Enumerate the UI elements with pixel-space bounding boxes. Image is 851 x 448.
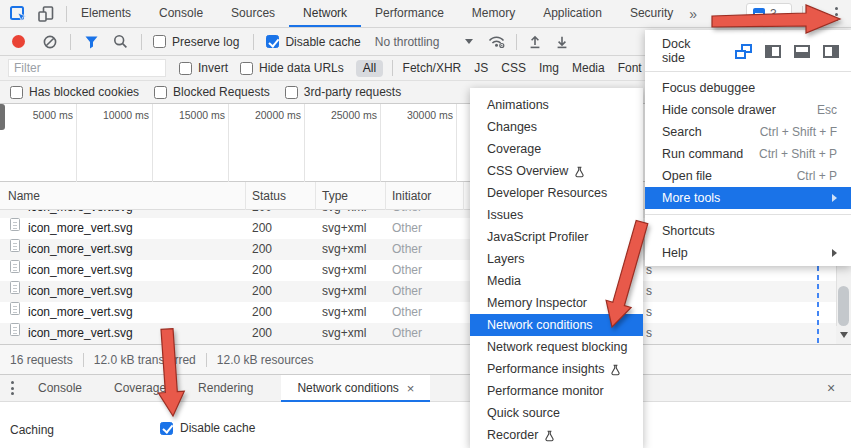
filter-funnel-icon[interactable]: [84, 35, 99, 49]
timeline-tick-label: 5000 ms: [1, 109, 73, 121]
undock-icon[interactable]: [735, 44, 752, 59]
drawer-tab-console[interactable]: Console: [22, 375, 98, 402]
more-tabs-icon[interactable]: »: [689, 6, 697, 22]
clear-network-log-icon[interactable]: [42, 34, 58, 50]
menu-item-developer-resources[interactable]: Developer Resources: [470, 182, 643, 204]
menu-item-javascript-profiler[interactable]: JavaScript Profiler: [470, 226, 643, 248]
drawer-tab-coverage[interactable]: Coverage: [98, 375, 182, 402]
has-blocked-cookies-checkbox[interactable]: Has blocked cookies: [10, 85, 139, 99]
filter-type-font[interactable]: Font: [618, 61, 642, 75]
menu-item-memory-inspector[interactable]: Memory Inspector: [470, 292, 643, 314]
blocked-requests-checkbox[interactable]: Blocked Requests: [154, 85, 270, 99]
close-drawer-icon[interactable]: ×: [827, 380, 835, 396]
timeline-tick-label: 15000 ms: [153, 109, 225, 121]
overview-scroll-nub[interactable]: [0, 104, 5, 130]
third-party-requests-checkbox[interactable]: 3rd-party requests: [285, 85, 401, 99]
tab-application[interactable]: Application: [529, 0, 616, 27]
drawer-menu-icon[interactable]: [11, 381, 14, 395]
import-har-icon[interactable]: [528, 34, 542, 49]
menu-item-shortcuts[interactable]: Shortcuts: [645, 220, 851, 242]
invert-checkbox[interactable]: Invert: [179, 61, 228, 75]
chevron-down-icon: [465, 39, 473, 44]
throttling-dropdown[interactable]: No throttling: [375, 35, 474, 49]
issues-badge[interactable]: 3: [746, 3, 792, 25]
menu-item-issues[interactable]: Issues: [470, 204, 643, 226]
disable-cache-checkbox[interactable]: Disable cache: [266, 35, 360, 49]
menu-divider: [645, 214, 851, 215]
menu-item-more-tools[interactable]: More tools: [645, 187, 851, 209]
menu-item-layers[interactable]: Layers: [470, 248, 643, 270]
menu-item-css-overview[interactable]: CSS Overview: [470, 160, 643, 182]
summary-divider: [206, 353, 207, 367]
table-row[interactable]: icon_more_vert.svg 200 svg+xml Other s: [0, 302, 851, 323]
tab-network[interactable]: Network: [289, 0, 361, 27]
resources-size: 12.0 kB resources: [217, 353, 314, 367]
column-header-name[interactable]: Name: [8, 189, 40, 203]
checkbox-unchecked: [154, 86, 167, 99]
menu-item-network-conditions[interactable]: Network conditions: [470, 314, 643, 336]
caching-label: Caching: [10, 422, 54, 438]
menu-item-help[interactable]: Help: [645, 242, 851, 264]
file-icon: [10, 239, 20, 252]
issues-icon: [753, 8, 765, 20]
menu-divider: [645, 71, 851, 72]
menu-item-search[interactable]: Search Ctrl + Shift + F: [645, 121, 851, 143]
menu-item-coverage[interactable]: Coverage: [470, 138, 643, 160]
menu-item-network-request-blocking[interactable]: Network request blocking: [470, 336, 643, 358]
menu-item-media[interactable]: Media: [470, 270, 643, 292]
tab-memory[interactable]: Memory: [458, 0, 529, 27]
network-conditions-icon[interactable]: [488, 34, 506, 49]
column-header-status[interactable]: Status: [252, 189, 286, 203]
menu-item-performance-monitor[interactable]: Performance monitor: [470, 380, 643, 402]
search-icon[interactable]: [113, 34, 128, 49]
inspect-element-icon[interactable]: [10, 6, 28, 22]
tab-elements[interactable]: Elements: [67, 0, 145, 27]
drawer-tab-rendering[interactable]: Rendering: [182, 375, 269, 402]
preserve-log-checkbox[interactable]: Preserve log: [153, 35, 239, 49]
dock-left-icon[interactable]: [765, 45, 781, 58]
menu-item-recorder[interactable]: Recorder: [470, 424, 643, 446]
checkbox-unchecked: [285, 86, 298, 99]
tab-security[interactable]: Security: [616, 0, 687, 27]
column-header-initiator[interactable]: Initiator: [392, 189, 431, 203]
scrollbar-thumb[interactable]: [838, 286, 849, 326]
drawer-tab-network-conditions[interactable]: Network conditions ×: [281, 375, 430, 402]
menu-item-focus-debuggee[interactable]: Focus debuggee: [645, 77, 851, 99]
filter-type-fetch-xhr[interactable]: Fetch/XHR: [403, 61, 462, 75]
dock-bottom-icon[interactable]: [794, 45, 810, 58]
menu-item-open-file[interactable]: Open file Ctrl + P: [645, 165, 851, 187]
menu-item-run-command[interactable]: Run command Ctrl + Shift + P: [645, 143, 851, 165]
filter-type-css[interactable]: CSS: [501, 61, 526, 75]
menu-item-performance-insights[interactable]: Performance insights: [470, 358, 643, 380]
dock-side-label: Dock side: [662, 37, 716, 65]
menu-item-hide-console-drawer[interactable]: Hide console drawer Esc: [645, 99, 851, 121]
filter-type-all[interactable]: All: [356, 60, 383, 77]
table-row[interactable]: icon_more_vert.svg 200 svg+xml Other s: [0, 281, 851, 302]
experiment-flask-icon: [544, 430, 555, 442]
scrollbar-down-button[interactable]: [836, 326, 851, 344]
device-toolbar-icon[interactable]: [38, 6, 56, 22]
hide-data-urls-checkbox[interactable]: Hide data URLs: [240, 61, 344, 75]
checkbox-unchecked: [179, 62, 192, 75]
filter-type-media[interactable]: Media: [572, 61, 605, 75]
checkbox-checked: [266, 35, 279, 48]
filter-type-js[interactable]: JS: [474, 61, 488, 75]
customize-devtools-icon[interactable]: [835, 7, 838, 21]
close-tab-icon[interactable]: ×: [407, 375, 415, 402]
tab-sources[interactable]: Sources: [217, 0, 289, 27]
tab-console[interactable]: Console: [145, 0, 217, 27]
menu-item-animations[interactable]: Animations: [470, 94, 643, 116]
menu-item-changes[interactable]: Changes: [470, 116, 643, 138]
dock-right-icon[interactable]: [823, 45, 839, 58]
drawer-disable-cache-checkbox[interactable]: Disable cache: [160, 421, 255, 435]
devtools-tab-bar: Elements Console Sources Network Perform…: [0, 0, 851, 28]
filter-input[interactable]: [8, 59, 166, 77]
menu-item-quick-source[interactable]: Quick source: [470, 402, 643, 424]
filter-type-img[interactable]: Img: [539, 61, 559, 75]
record-network-log-icon[interactable]: [12, 35, 25, 48]
export-har-icon[interactable]: [555, 34, 569, 49]
toolbar-divider: [70, 34, 71, 50]
tab-performance[interactable]: Performance: [361, 0, 458, 27]
table-row[interactable]: icon_more_vert.svg 200 svg+xml Other s: [0, 323, 851, 344]
column-header-type[interactable]: Type: [322, 189, 348, 203]
